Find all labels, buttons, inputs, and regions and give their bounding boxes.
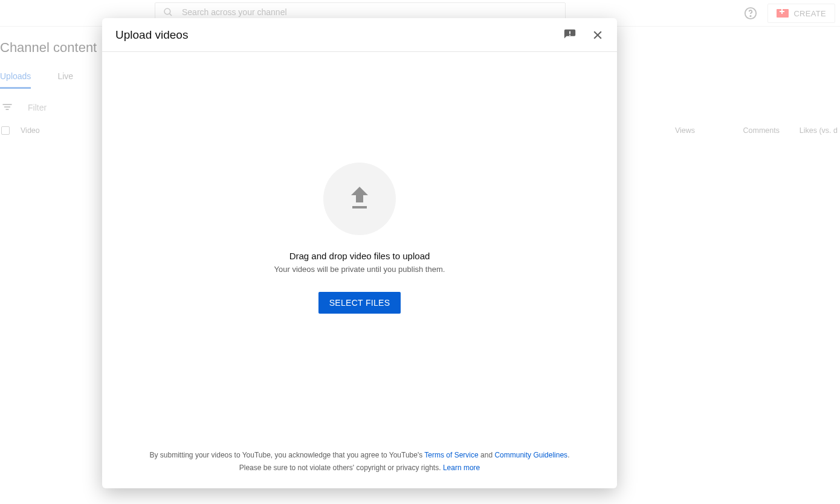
modal-header: Upload videos bbox=[102, 18, 617, 52]
column-likes[interactable]: Likes (vs. d bbox=[780, 126, 840, 135]
column-video[interactable]: Video bbox=[21, 126, 40, 135]
upload-drop-zone[interactable]: Drag and drop video files to upload Your… bbox=[102, 52, 617, 449]
create-camera-icon bbox=[777, 9, 789, 18]
terms-of-service-link[interactable]: Terms of Service bbox=[424, 451, 478, 459]
upload-icon-circle bbox=[323, 163, 396, 235]
tabs: Uploads Live bbox=[0, 71, 73, 89]
svg-rect-5 bbox=[4, 106, 10, 108]
close-button[interactable] bbox=[589, 27, 606, 44]
svg-point-3 bbox=[751, 16, 751, 16]
select-files-button[interactable]: SELECT FILES bbox=[318, 292, 401, 314]
modal-title: Upload videos bbox=[115, 28, 188, 42]
search-icon bbox=[163, 7, 173, 18]
svg-rect-7 bbox=[569, 31, 570, 34]
filter-icon[interactable] bbox=[1, 101, 13, 115]
column-comments[interactable]: Comments bbox=[695, 126, 780, 135]
help-button[interactable] bbox=[742, 5, 759, 22]
search-input[interactable] bbox=[182, 7, 558, 17]
select-all-checkbox[interactable] bbox=[1, 126, 10, 135]
drop-sub-text: Your videos will be private until you pu… bbox=[274, 265, 445, 274]
tab-uploads[interactable]: Uploads bbox=[0, 71, 31, 89]
svg-rect-11 bbox=[352, 206, 367, 208]
modal-footer: By submitting your videos to YouTube, yo… bbox=[102, 449, 617, 488]
community-guidelines-link[interactable]: Community Guidelines bbox=[494, 451, 567, 459]
page-title: Channel content bbox=[0, 40, 97, 56]
footer-pre: By submitting your videos to YouTube, yo… bbox=[150, 451, 425, 459]
svg-point-0 bbox=[164, 8, 170, 15]
footer-line2: Please be sure to not violate others' co… bbox=[239, 464, 443, 472]
drop-main-text: Drag and drop video files to upload bbox=[289, 251, 430, 261]
learn-more-link[interactable]: Learn more bbox=[443, 464, 480, 472]
tab-live[interactable]: Live bbox=[57, 71, 73, 89]
upload-arrow-icon bbox=[345, 183, 374, 215]
upload-modal: Upload videos Drag and drop video files … bbox=[102, 18, 617, 488]
send-feedback-button[interactable] bbox=[561, 27, 578, 44]
footer-and: and bbox=[479, 451, 495, 459]
create-button[interactable]: CREATE bbox=[767, 4, 835, 23]
create-label: CREATE bbox=[793, 9, 826, 18]
svg-rect-6 bbox=[6, 109, 9, 110]
svg-line-1 bbox=[170, 14, 172, 16]
filter-placeholder[interactable]: Filter bbox=[28, 103, 47, 112]
column-views[interactable]: Views bbox=[635, 126, 695, 135]
svg-rect-8 bbox=[569, 34, 570, 36]
svg-rect-4 bbox=[3, 104, 12, 105]
footer-period: . bbox=[567, 451, 569, 459]
